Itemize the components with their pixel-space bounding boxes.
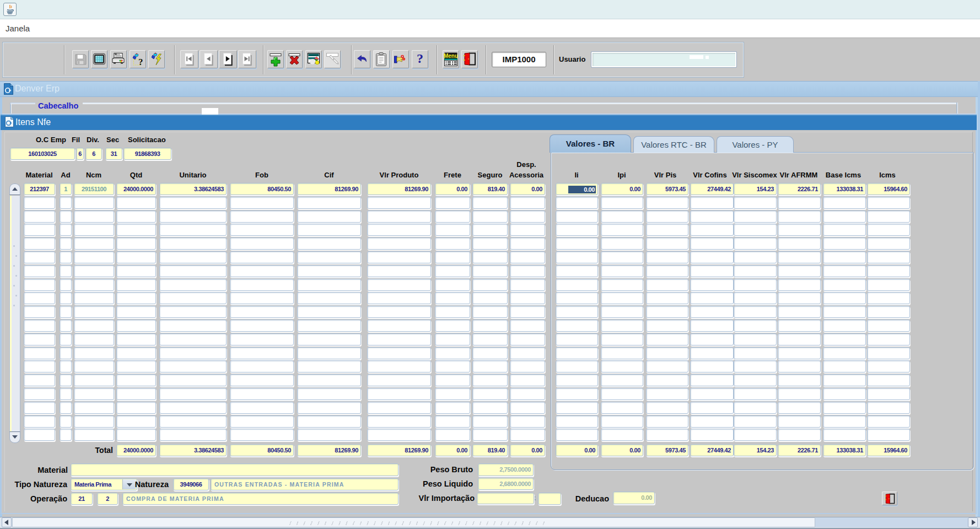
svg-text:Menu: Menu [444, 53, 458, 59]
svg-text:?: ? [138, 57, 143, 67]
svg-text:?: ? [417, 51, 423, 66]
